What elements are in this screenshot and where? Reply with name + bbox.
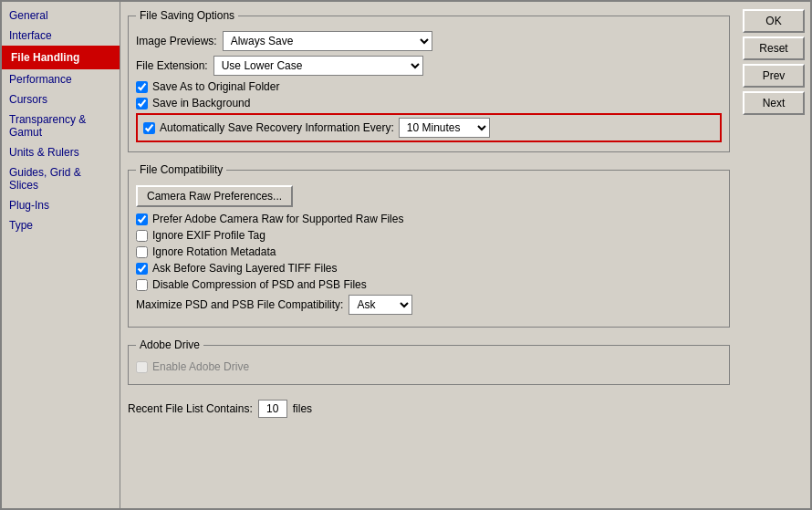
sidebar-item-performance[interactable]: Performance <box>2 69 120 89</box>
save-as-original-checkbox[interactable] <box>136 81 148 93</box>
maximize-psd-label: Maximize PSD and PSB File Compatibility: <box>136 298 343 311</box>
sidebar-item-units-rulers[interactable]: Units & Rulers <box>2 142 120 162</box>
prev-button[interactable]: Prev <box>743 64 805 88</box>
image-previews-select[interactable]: Always Save Never Save Ask When Saving <box>223 31 432 51</box>
adobe-drive-section: Adobe Drive Enable Adobe Drive <box>128 338 730 385</box>
file-extension-row: File Extension: Use Lower Case Use Upper… <box>136 56 722 76</box>
recent-files-row: Recent File List Contains: 10 files <box>128 400 730 418</box>
save-as-original-label: Save As to Original Folder <box>152 80 279 93</box>
recent-files-label: Recent File List Contains: <box>128 402 253 415</box>
ask-before-tiff-label: Ask Before Saving Layered TIFF Files <box>152 262 338 275</box>
enable-adobe-drive-checkbox[interactable] <box>136 361 148 373</box>
sidebar-item-cursors[interactable]: Cursors <box>2 89 120 109</box>
next-button[interactable]: Next <box>743 91 805 115</box>
camera-raw-btn-wrapper: Camera Raw Preferences... <box>136 185 722 213</box>
auto-save-checkbox[interactable] <box>143 122 155 134</box>
file-extension-select[interactable]: Use Lower Case Use Upper Case <box>213 56 423 76</box>
ask-before-tiff-row: Ask Before Saving Layered TIFF Files <box>136 262 722 275</box>
save-in-background-checkbox[interactable] <box>136 98 148 109</box>
file-saving-title: File Saving Options <box>136 9 238 22</box>
disable-compression-label: Disable Compression of PSD and PSB Files <box>152 278 367 291</box>
disable-compression-row: Disable Compression of PSD and PSB Files <box>136 278 722 291</box>
sidebar-item-interface[interactable]: Interface <box>2 26 120 46</box>
sidebar-item-transparency-gamut[interactable]: Transparency & Gamut <box>2 109 120 142</box>
ignore-exif-checkbox[interactable] <box>136 230 148 242</box>
camera-raw-preferences-button[interactable]: Camera Raw Preferences... <box>136 185 293 207</box>
right-buttons-panel: OK Reset Prev Next <box>737 2 810 508</box>
maximize-psd-select[interactable]: Never Always Ask <box>349 295 412 315</box>
auto-save-select[interactable]: 1 Minute 5 Minutes 10 Minutes 15 Minutes… <box>399 118 490 138</box>
sidebar-item-plug-ins[interactable]: Plug-Ins <box>2 195 120 215</box>
file-extension-label: File Extension: <box>136 59 208 72</box>
auto-save-label: Automatically Save Recovery Information … <box>160 121 394 134</box>
file-compatibility-section: File Compatibility Camera Raw Preference… <box>128 163 730 328</box>
image-previews-label: Image Previews: <box>136 35 217 47</box>
ignore-rotation-label: Ignore Rotation Metadata <box>152 245 276 258</box>
enable-adobe-drive-row: Enable Adobe Drive <box>136 360 722 373</box>
save-in-background-label: Save in Background <box>152 97 250 109</box>
sidebar-item-type[interactable]: Type <box>2 215 120 235</box>
maximize-psd-row: Maximize PSD and PSB File Compatibility:… <box>136 295 722 315</box>
recent-files-input[interactable]: 10 <box>258 400 287 418</box>
auto-save-recovery-row: Automatically Save Recovery Information … <box>136 113 722 142</box>
sidebar-item-general[interactable]: General <box>2 5 120 26</box>
save-as-original-row: Save As to Original Folder <box>136 80 722 93</box>
main-content: File Saving Options Image Previews: Alwa… <box>120 2 737 508</box>
reset-button[interactable]: Reset <box>743 36 805 60</box>
ignore-exif-row: Ignore EXIF Profile Tag <box>136 229 722 242</box>
ok-button[interactable]: OK <box>743 9 805 33</box>
prefer-adobe-row: Prefer Adobe Camera Raw for Supported Ra… <box>136 213 722 225</box>
ignore-rotation-row: Ignore Rotation Metadata <box>136 245 722 258</box>
prefer-adobe-checkbox[interactable] <box>136 213 148 225</box>
ignore-rotation-checkbox[interactable] <box>136 246 148 258</box>
prefer-adobe-label: Prefer Adobe Camera Raw for Supported Ra… <box>152 213 403 225</box>
file-saving-section: File Saving Options Image Previews: Alwa… <box>128 9 730 152</box>
sidebar-item-file-handling[interactable]: File Handling <box>2 46 120 69</box>
disable-compression-checkbox[interactable] <box>136 279 148 291</box>
sidebar: General Interface File Handling Performa… <box>2 2 120 508</box>
save-in-background-row: Save in Background <box>136 97 722 109</box>
file-compatibility-title: File Compatibility <box>136 163 226 176</box>
image-previews-row: Image Previews: Always Save Never Save A… <box>136 31 722 51</box>
adobe-drive-title: Adobe Drive <box>136 338 203 351</box>
recent-files-suffix: files <box>293 402 312 415</box>
enable-adobe-drive-label: Enable Adobe Drive <box>152 360 249 373</box>
ignore-exif-label: Ignore EXIF Profile Tag <box>152 229 265 242</box>
sidebar-item-guides-grid-slices[interactable]: Guides, Grid & Slices <box>2 162 120 195</box>
ask-before-tiff-checkbox[interactable] <box>136 263 148 275</box>
